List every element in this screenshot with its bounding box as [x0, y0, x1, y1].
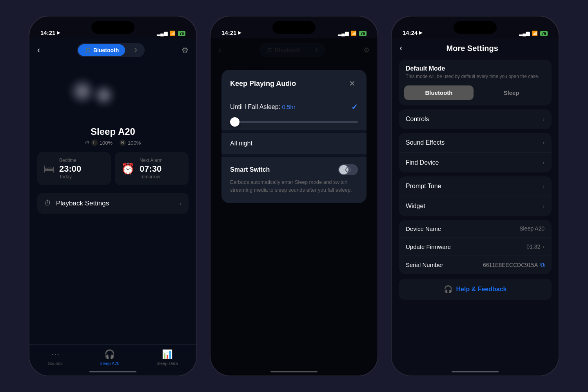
default-mode-header: Default Mode This mode will be used by d… [399, 60, 552, 82]
battery-left: ⏱ L 100% [85, 140, 113, 146]
nav-bar-1: ‹ 🎵 Bluetooth ☽ ⚙ [29, 38, 196, 62]
status-icons-3: ▂▄▆ 📶 76 [519, 31, 548, 36]
sounds-icon: ⋯ [51, 349, 60, 359]
back-button-1[interactable]: ‹ [37, 45, 40, 55]
bedtime-label: Bedtime [59, 158, 81, 163]
signal-icon-3: ▂▄▆ [519, 31, 530, 36]
info-cards: 🛏 Bedtime 23:00 Today ⏰ Next Alarm 07:30… [29, 146, 196, 189]
device-name-row[interactable]: Device Name Sleep A20 [399, 220, 552, 238]
help-label: Help & Feedback [456, 286, 507, 293]
bedtime-card[interactable]: 🛏 Bedtime 23:00 Today [37, 152, 111, 185]
battery-badge-2: 76 [359, 31, 367, 36]
device-info-card: Device Name Sleep A20 Update Firmware 01… [399, 220, 552, 274]
alarm-value: 07:30 [140, 164, 163, 174]
device-nav-item[interactable]: 🎧 Sleep A20 [100, 349, 119, 366]
playback-settings-row[interactable]: ⏱ Playback Settings › [37, 193, 189, 214]
gear-icon-1[interactable]: ⚙ [181, 45, 189, 55]
alarm-sub: Tomorrow [140, 174, 163, 180]
firmware-value: 01.32 › [526, 243, 544, 250]
bluetooth-mode-button[interactable]: Bluetooth [404, 85, 474, 100]
playback-label: Playback Settings [56, 200, 109, 207]
modal-header: Keep Playing Audio ✕ [221, 70, 367, 95]
bluetooth-tab-1[interactable]: 🎵 Bluetooth [78, 44, 125, 56]
copy-icon[interactable]: ⧉ [540, 261, 544, 269]
prompt-tone-row[interactable]: Prompt Tone › [399, 176, 552, 196]
menu-card-1: Controls › [399, 109, 552, 129]
smart-switch-toggle[interactable] [338, 164, 358, 175]
default-mode-desc: This mode will be used by default every … [406, 73, 544, 80]
phone-3: 14:24 ▶ ▂▄▆ 📶 76 ‹ More Settings Default… [391, 16, 559, 376]
location-arrow-1: ▶ [57, 30, 60, 35]
widget-label: Widget [406, 203, 425, 210]
device-icon: 🎧 [104, 349, 115, 359]
firmware-label: Update Firmware [406, 243, 451, 250]
menu-card-3: Prompt Tone › Widget › [399, 176, 552, 216]
alarm-label: Next Alarm [140, 158, 163, 163]
prompt-tone-label: Prompt Tone [406, 183, 441, 190]
controls-label: Controls [406, 116, 429, 123]
modal-divider-3 [221, 154, 367, 157]
sound-effects-row[interactable]: Sound Effects › [399, 133, 552, 152]
dynamic-island-2 [272, 21, 316, 34]
phone2-content: ‹ 🎵 Bluetooth ☽ ⚙ [211, 38, 377, 376]
find-device-chevron: › [543, 160, 544, 166]
sound-effects-label: Sound Effects [406, 139, 445, 146]
modal-divider-2 [221, 130, 367, 133]
find-device-label: Find Device [406, 159, 439, 166]
location-arrow-3: ▶ [419, 30, 422, 35]
battery-left-label: ⏱ [85, 140, 89, 145]
alarm-icon: ⏰ [121, 162, 135, 175]
sounds-nav-item[interactable]: ⋯ Sounds [48, 349, 62, 366]
wifi-icon-2: 📶 [351, 31, 357, 36]
nav-tabs-1: 🎵 Bluetooth ☽ [77, 43, 145, 57]
device-name-1: Sleep A20 [29, 126, 196, 137]
default-mode-title: Default Mode [406, 65, 544, 72]
firmware-row[interactable]: Update Firmware 01.32 › [399, 238, 552, 256]
sound-effects-chevron: › [543, 140, 544, 146]
until-asleep-label: Until I Fall Asleep: 0.5hr [230, 103, 296, 111]
battery-right: R 100% [120, 140, 141, 146]
find-device-row[interactable]: Find Device › [399, 152, 552, 172]
controls-chevron: › [543, 116, 544, 122]
widget-chevron: › [543, 203, 544, 209]
option-value: 0.5hr [282, 103, 296, 110]
status-time-3: 14:24 ▶ [403, 29, 422, 36]
menu-card-2: Sound Effects › Find Device › [399, 133, 552, 172]
widget-row[interactable]: Widget › [399, 196, 552, 216]
phone-1: 14:21 ▶ ▂▄▆ 📶 76 ‹ 🎵 Bluetooth ☽ ⚙ [29, 16, 197, 376]
battery-badge-3: 76 [540, 31, 548, 36]
sounds-label: Sounds [48, 361, 62, 366]
serial-number-label: Serial Number [406, 261, 443, 268]
toggle-knob [339, 165, 348, 174]
sleep-data-nav-item[interactable]: 📊 Sleep Data [156, 349, 178, 366]
bed-icon: 🛏 [44, 162, 54, 175]
audio-slider[interactable] [230, 121, 358, 123]
sleep-tab-1[interactable]: ☽ [126, 44, 143, 56]
battery-badge-1: 76 [178, 31, 185, 36]
smart-switch-header: Smart Switch [230, 164, 358, 175]
sleep-data-icon: 📊 [162, 349, 172, 359]
bedtime-value: 23:00 [59, 164, 81, 174]
alarm-card[interactable]: ⏰ Next Alarm 07:30 Tomorrow [115, 152, 189, 185]
help-feedback-button[interactable]: 🎧 Help & Feedback [399, 279, 552, 300]
location-arrow-2: ▶ [238, 30, 241, 35]
battery-right-label: R [120, 140, 126, 146]
keep-playing-modal: Keep Playing Audio ✕ Until I Fall Asleep… [221, 70, 367, 203]
home-indicator-3 [452, 371, 499, 372]
modal-close-button[interactable]: ✕ [346, 78, 358, 89]
earbuds-area-1 [29, 62, 196, 125]
earbud-right-1 [92, 83, 116, 107]
sleep-mode-button[interactable]: Sleep [477, 85, 546, 100]
status-icons-1: ▂▄▆ 📶 76 [157, 31, 185, 36]
battery-row-1: ⏱ L 100% R 100% [29, 140, 196, 146]
modal-title: Keep Playing Audio [230, 80, 296, 88]
check-icon: ✓ [351, 102, 358, 112]
serial-number-value: 6611E8EECCDC915A ⧉ [483, 261, 544, 269]
signal-icon-1: ▂▄▆ [157, 31, 167, 36]
phone1-content: ‹ 🎵 Bluetooth ☽ ⚙ Sleep A20 ⏱ L [29, 38, 196, 376]
all-night-option[interactable]: All night [221, 133, 367, 154]
until-fall-asleep-option[interactable]: Until I Fall Asleep: 0.5hr ✓ [221, 95, 367, 119]
serial-number-row[interactable]: Serial Number 6611E8EECCDC915A ⧉ [399, 256, 552, 274]
controls-row[interactable]: Controls › [399, 109, 552, 129]
settings-back-button[interactable]: ‹ [399, 43, 402, 53]
